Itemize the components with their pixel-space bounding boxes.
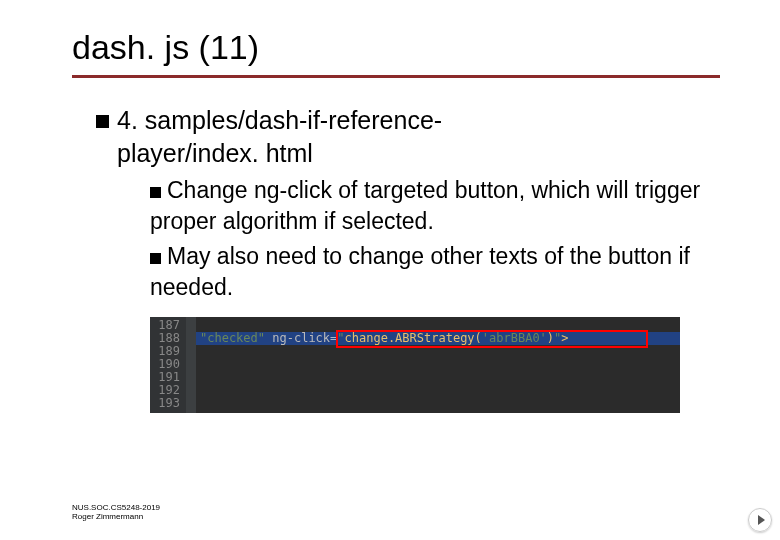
square-bullet-icon	[96, 115, 109, 128]
line-number: 193	[150, 397, 180, 410]
code-fn-close: )	[547, 331, 554, 345]
code-quote: "	[337, 331, 344, 345]
gutter-edge	[186, 317, 196, 413]
footer-line1: NUS.SOC.CS5248-2019	[72, 503, 160, 513]
next-button[interactable]	[748, 508, 772, 532]
footer-line2: Roger Zimmermann	[72, 512, 160, 522]
bullet1-line1: 4. samples/dash-if-reference-	[117, 106, 442, 134]
code-area: "checked" ng-click="change.ABRStrategy('…	[196, 317, 680, 413]
slide-title: dash. js (11)	[72, 28, 720, 78]
code-attr: ng-click	[272, 331, 330, 345]
bullet-level2: Change ng-click of targeted button, whic…	[150, 175, 720, 303]
code-fn: change.ABRStrategy(	[345, 331, 482, 345]
sub2-lead: May	[167, 243, 210, 269]
sub2-rest: also need to change other texts of the b…	[150, 243, 690, 300]
slide: dash. js (11) 4. samples/dash-if-referen…	[0, 0, 780, 540]
code-tagend: >	[561, 331, 568, 345]
code-arg: 'abrBBA0'	[482, 331, 547, 345]
code-gutter: 187 188 189 190 191 192 193	[150, 317, 186, 413]
bullet-level1: 4. samples/dash-if-reference- player/ind…	[96, 104, 720, 413]
sub-bullet-1: Change ng-click of targeted button, whic…	[150, 175, 720, 237]
chevron-right-icon	[758, 515, 765, 525]
bullet-text: 4. samples/dash-if-reference- player/ind…	[96, 104, 720, 169]
footer: NUS.SOC.CS5248-2019 Roger Zimmermann	[72, 503, 160, 522]
sub1-lead: Change	[167, 177, 248, 203]
sub-bullet-2: May also need to change other texts of t…	[150, 241, 720, 303]
square-bullet-icon	[150, 187, 161, 198]
code-string: "checked"	[200, 331, 265, 345]
square-bullet-icon	[150, 253, 161, 264]
code-line-188: "checked" ng-click="change.ABRStrategy('…	[200, 332, 680, 345]
code-screenshot: 187 188 189 190 191 192 193 "checked" ng…	[150, 317, 680, 413]
bullet1-line2: player/index. html	[117, 137, 313, 170]
